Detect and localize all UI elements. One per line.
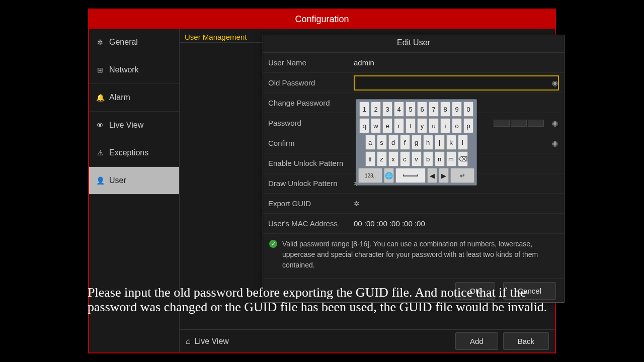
key-h[interactable]: h <box>423 135 433 150</box>
eye-icon[interactable]: ◉ <box>552 139 558 147</box>
key-2[interactable]: 2 <box>371 102 381 117</box>
back-button[interactable]: Back <box>503 332 549 350</box>
value-username: admin <box>354 58 559 67</box>
label-mac: User's MAC Address <box>268 219 354 228</box>
dialog-title: Edit User <box>263 35 564 53</box>
gear-icon: ✲ <box>96 38 104 46</box>
sidebar-item-label: Live View <box>109 121 143 130</box>
key-space[interactable] <box>395 168 426 183</box>
label-enable-unlock: Enable Unlock Pattern <box>268 159 343 167</box>
caption-overlay: Please input the old password before exp… <box>88 286 560 314</box>
footer-bar: ⌂ Live View Add Back <box>180 329 555 352</box>
warning-icon: ⚠ <box>96 149 104 157</box>
network-icon: ⊞ <box>96 66 104 74</box>
sidebar-item-exceptions[interactable]: ⚠ Exceptions <box>89 139 179 167</box>
key-q[interactable]: q <box>359 118 369 133</box>
sidebar-item-network[interactable]: ⊞ Network <box>89 56 179 84</box>
value-mac[interactable]: 00 :00 :00 :00 :00 :00 <box>354 219 559 228</box>
label-username: User Name <box>268 58 354 67</box>
on-screen-keyboard: 1234567890 qwertyuiop asdfghjkl ⇧zxcvbnm… <box>356 99 477 186</box>
key-u[interactable]: u <box>429 118 439 133</box>
key-globe[interactable]: 🌐 <box>384 168 394 183</box>
sidebar-item-label: Alarm <box>109 93 130 102</box>
label-draw-unlock: Draw Unlock Pattern <box>268 179 354 188</box>
key-v[interactable]: v <box>412 151 422 166</box>
sidebar-item-label: User <box>109 176 126 185</box>
key-symbols[interactable]: 123,. <box>358 168 382 183</box>
old-password-input[interactable] <box>354 75 559 90</box>
eye-icon[interactable]: ◉ <box>552 79 558 87</box>
key-s[interactable]: s <box>377 135 387 150</box>
key-7[interactable]: 7 <box>429 102 439 117</box>
check-icon: ✓ <box>269 240 277 248</box>
sidebar-item-general[interactable]: ✲ General <box>89 29 179 56</box>
bell-icon: 🔔 <box>96 94 104 102</box>
home-icon: ⌂ <box>186 337 191 346</box>
key-shift[interactable]: ⇧ <box>365 151 375 166</box>
key-backspace[interactable]: ⌫ <box>458 151 468 166</box>
key-left[interactable]: ◀ <box>427 168 437 183</box>
window-title: Configuration <box>89 10 555 29</box>
label-confirm: Confirm <box>268 139 354 147</box>
password-strength-meter <box>494 120 544 127</box>
gear-icon[interactable]: ✲ <box>354 200 362 208</box>
sidebar-item-label: Network <box>109 65 139 74</box>
key-n[interactable]: n <box>435 151 445 166</box>
sidebar-item-user[interactable]: 👤 User <box>89 167 179 195</box>
key-y[interactable]: y <box>417 118 427 133</box>
key-w[interactable]: w <box>371 118 381 133</box>
footer-liveview[interactable]: Live View <box>195 337 229 346</box>
key-9[interactable]: 9 <box>452 102 462 117</box>
key-right[interactable]: ▶ <box>439 168 449 183</box>
key-i[interactable]: i <box>440 118 450 133</box>
eye-icon: 👁 <box>96 121 104 129</box>
key-t[interactable]: t <box>406 118 416 133</box>
key-d[interactable]: d <box>388 135 398 150</box>
label-export-guid: Export GUID <box>268 199 354 208</box>
key-r[interactable]: r <box>394 118 404 133</box>
key-f[interactable]: f <box>400 135 410 150</box>
key-l[interactable]: l <box>458 135 468 150</box>
key-0[interactable]: 0 <box>463 102 473 117</box>
key-e[interactable]: e <box>382 118 392 133</box>
sidebar-item-label: General <box>109 38 138 47</box>
key-z[interactable]: z <box>377 151 387 166</box>
key-j[interactable]: j <box>435 135 445 150</box>
key-k[interactable]: k <box>446 135 456 150</box>
key-g[interactable]: g <box>412 135 422 150</box>
key-5[interactable]: 5 <box>406 102 416 117</box>
sidebar-item-alarm[interactable]: 🔔 Alarm <box>89 84 179 112</box>
sidebar-item-liveview[interactable]: 👁 Live View <box>89 112 179 139</box>
label-password: Password <box>268 119 354 127</box>
key-1[interactable]: 1 <box>359 102 369 117</box>
key-x[interactable]: x <box>388 151 398 166</box>
eye-icon[interactable]: ◉ <box>552 119 558 127</box>
key-8[interactable]: 8 <box>440 102 450 117</box>
add-button[interactable]: Add <box>455 332 498 350</box>
user-icon: 👤 <box>96 176 104 185</box>
key-enter[interactable]: ↵ <box>450 168 474 183</box>
key-c[interactable]: c <box>400 151 410 166</box>
sidebar-item-label: Exceptions <box>109 148 148 157</box>
label-change-password: Change Password <box>268 99 354 107</box>
key-4[interactable]: 4 <box>394 102 404 117</box>
key-b[interactable]: b <box>423 151 433 166</box>
label-old-password: Old Password <box>268 78 354 87</box>
password-hint: Valid password range [8-16]. You can use… <box>282 239 558 270</box>
key-p[interactable]: p <box>463 118 473 133</box>
key-a[interactable]: a <box>365 135 375 150</box>
key-o[interactable]: o <box>452 118 462 133</box>
key-3[interactable]: 3 <box>382 102 392 117</box>
key-6[interactable]: 6 <box>417 102 427 117</box>
key-m[interactable]: m <box>446 151 456 166</box>
